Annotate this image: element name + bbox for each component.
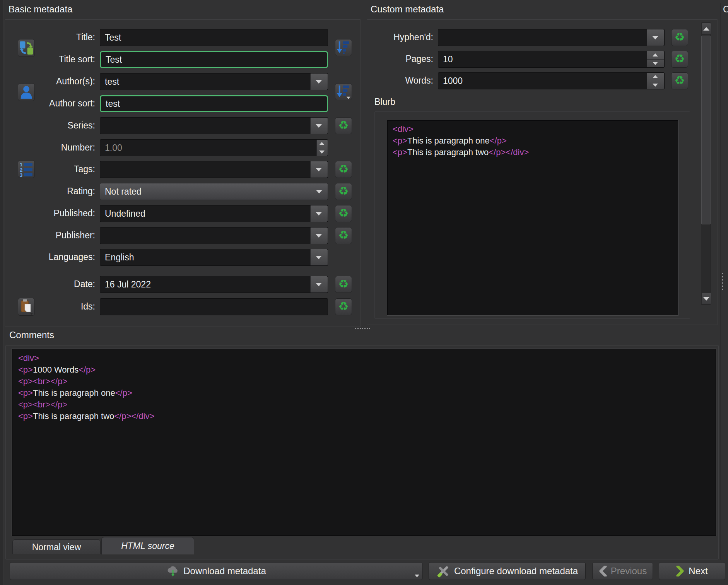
restore-published-button[interactable]: ♻ xyxy=(335,205,352,222)
languages-value: English xyxy=(105,252,134,262)
chevron-left-icon xyxy=(598,566,607,576)
languages-field[interactable]: English xyxy=(100,249,328,266)
ids-field[interactable] xyxy=(100,298,328,315)
date-dropdown-button[interactable] xyxy=(310,276,328,292)
hyphend-field[interactable] xyxy=(438,29,665,46)
restore-tags-button[interactable]: ♻ xyxy=(335,161,352,178)
download-metadata-button[interactable]: Download metadata xyxy=(10,562,423,580)
tab-html-source[interactable]: HTML source xyxy=(101,537,194,554)
code-line: <p><br></p> xyxy=(18,399,710,411)
splitter-dot xyxy=(355,328,356,329)
field-label-number: Number: xyxy=(15,142,95,153)
next-button[interactable]: Next xyxy=(659,562,725,580)
vertical-splitter[interactable] xyxy=(720,3,721,560)
code-line: <p>This is paragraph two</p></div> xyxy=(18,411,710,422)
author-sort-field[interactable]: test xyxy=(100,95,328,112)
code-line: <div> xyxy=(393,123,673,135)
scroll-up-button[interactable] xyxy=(701,23,711,34)
scroll-down-button[interactable] xyxy=(701,292,711,304)
chevron-down-icon xyxy=(316,124,322,128)
number-value: 1.00 xyxy=(105,143,122,153)
splitter-dot xyxy=(722,279,723,281)
window-left-edge xyxy=(0,0,4,585)
chevron-down-icon xyxy=(316,283,322,286)
date-field[interactable]: 16 Jul 2022 xyxy=(100,276,328,293)
spin-up-icon xyxy=(319,142,325,145)
configure-download-metadata-button[interactable]: Configure download metadata xyxy=(429,562,586,580)
comments-editor[interactable]: <div><p>1000 Words</p><p><br></p><p>This… xyxy=(12,348,716,536)
paste-clipboard-icon xyxy=(18,298,34,315)
sort-down-icon xyxy=(335,39,351,55)
edit-tags-button[interactable]: 1 2 3 xyxy=(18,160,35,178)
code-line: <p><br></p> xyxy=(18,376,710,387)
publisher-dropdown-button[interactable] xyxy=(310,228,328,244)
splitter-dot xyxy=(364,328,366,329)
code-line: <p>1000 Words</p> xyxy=(18,364,710,376)
number-field[interactable]: 1.00 xyxy=(100,139,328,156)
author-sort-value: test xyxy=(106,99,120,109)
custom-scrollbar[interactable] xyxy=(701,22,711,305)
tab-normal-view[interactable]: Normal view xyxy=(12,539,101,554)
code-line: <p>This is paragraph two</p></div> xyxy=(393,147,673,158)
authors-dropdown-button[interactable] xyxy=(310,74,328,90)
spinner-divider xyxy=(647,59,664,60)
code-line: <div> xyxy=(18,352,710,364)
words-field[interactable]: 1000 xyxy=(438,72,665,89)
hyphend-dropdown-button[interactable] xyxy=(647,29,664,46)
chevron-down-icon xyxy=(316,190,322,193)
words-value: 1000 xyxy=(443,76,463,86)
blurb-editor[interactable]: <div><p>This is paragraph one</p><p>This… xyxy=(387,120,678,316)
published-field[interactable]: Undefined xyxy=(100,205,328,222)
splitter-dot xyxy=(367,328,368,329)
restore-date-button[interactable]: ♻ xyxy=(335,276,352,293)
chevron-down-icon xyxy=(316,256,322,259)
authors-value: test xyxy=(105,77,119,87)
spinner-divider xyxy=(317,148,328,148)
tags-field[interactable] xyxy=(100,161,328,178)
number-spinner[interactable] xyxy=(316,140,328,156)
publisher-field[interactable] xyxy=(100,227,328,244)
restore-words-button[interactable]: ♻ xyxy=(671,72,688,89)
scrollbar-thumb[interactable] xyxy=(701,36,711,224)
restore-publisher-button[interactable]: ♻ xyxy=(335,227,352,244)
title-field[interactable]: Test xyxy=(100,29,328,46)
auto-title-sort-button[interactable] xyxy=(335,39,352,56)
restore-ids-button[interactable]: ♻ xyxy=(335,298,352,315)
swap-icon xyxy=(18,39,34,56)
code-line: <p>This is paragraph one</p> xyxy=(18,387,710,399)
next-label: Next xyxy=(689,566,707,576)
rating-field[interactable]: Not rated xyxy=(100,183,328,200)
spin-down-icon xyxy=(319,151,325,154)
chevron-right-icon xyxy=(676,566,685,576)
auto-author-sort-button[interactable] xyxy=(335,83,352,100)
pages-field[interactable]: 10 xyxy=(438,51,665,68)
chevron-down-icon xyxy=(316,212,322,216)
languages-dropdown-button[interactable] xyxy=(310,249,328,265)
restore-rating-button[interactable]: ♻ xyxy=(335,183,352,200)
splitter-dot xyxy=(360,328,361,329)
published-dropdown-button[interactable] xyxy=(310,205,328,222)
date-value: 16 Jul 2022 xyxy=(105,279,151,289)
restore-series-button[interactable]: ♻ xyxy=(335,117,352,134)
previous-button[interactable]: Previous xyxy=(592,562,653,580)
restore-hyphend-button[interactable]: ♻ xyxy=(671,29,688,46)
published-value: Undefined xyxy=(105,209,145,219)
rating-value: Not rated xyxy=(105,186,142,197)
series-field[interactable] xyxy=(100,117,328,134)
splitter-dot xyxy=(369,328,370,329)
paste-ids-button[interactable] xyxy=(18,298,35,316)
pages-spinner[interactable] xyxy=(647,51,664,67)
series-dropdown-button[interactable] xyxy=(310,118,328,134)
field-label-hyphend: Hyphen'd: xyxy=(360,32,433,43)
title-value: Test xyxy=(105,32,121,43)
splitter-dot xyxy=(722,286,723,287)
restore-pages-button[interactable]: ♻ xyxy=(671,51,688,68)
words-spinner[interactable] xyxy=(647,73,664,89)
scroll-down-arrow-icon xyxy=(703,297,709,301)
tags-dropdown-button[interactable] xyxy=(310,161,328,178)
configure-download-metadata-label: Configure download metadata xyxy=(454,566,578,576)
title-sort-field[interactable]: Test xyxy=(100,51,328,68)
authors-field[interactable]: test xyxy=(100,73,328,90)
manage-authors-button[interactable] xyxy=(18,83,35,101)
swap-title-author-button[interactable] xyxy=(18,39,35,57)
